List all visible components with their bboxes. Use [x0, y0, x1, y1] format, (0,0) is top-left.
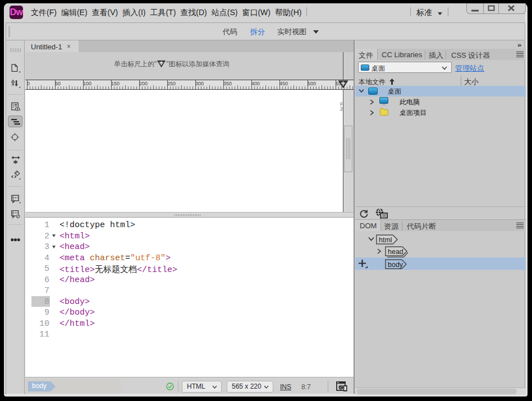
- svg-text:html: html: [379, 236, 392, 244]
- svg-text:head: head: [388, 248, 403, 256]
- svg-text:body: body: [388, 261, 403, 269]
